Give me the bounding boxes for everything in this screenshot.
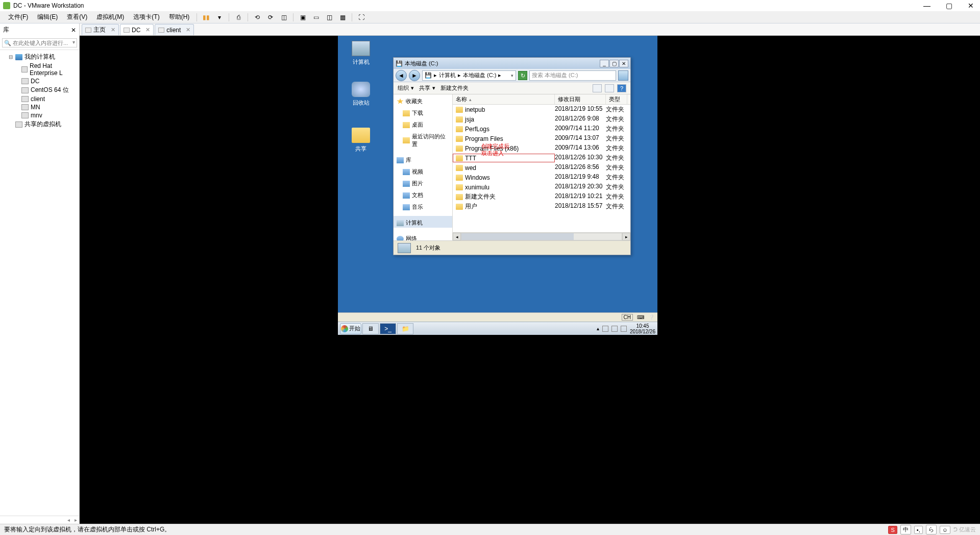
file-row[interactable]: Windows2018/12/19 9:48文件夹 (453, 173, 630, 182)
explorer-search-input[interactable]: 搜索 本地磁盘 (C:) (529, 70, 616, 81)
col-type[interactable]: 类型 (606, 94, 627, 104)
search-dropdown-icon[interactable]: ▾ (72, 39, 75, 45)
side-downloads[interactable]: 下载 (394, 106, 452, 118)
side-recent[interactable]: 最近访问的位置 (394, 130, 452, 149)
file-row[interactable]: 新建文件夹2018/12/19 10:21文件夹 (453, 192, 630, 202)
dropdown-icon[interactable]: ▾ (214, 12, 225, 22)
newfolder-button[interactable]: 新建文件夹 (440, 84, 469, 92)
tree-my-computer[interactable]: ⊟ 我的计算机 (1, 52, 78, 62)
breadcrumb[interactable]: 💾 ▸ 计算机 ▸ 本地磁盘 (C:) ▸ ▾ (422, 70, 516, 81)
clock[interactable]: 10:45 2018/12/26 (630, 323, 655, 334)
close-button[interactable]: ✕ (965, 2, 977, 10)
tree-shared-vms[interactable]: 共享的虚拟机 (1, 119, 78, 129)
view-console-button[interactable]: ◫ (324, 12, 334, 22)
forward-button[interactable]: ► (409, 70, 420, 81)
explorer-maximize-button[interactable]: ▢ (609, 60, 619, 67)
library-close-button[interactable]: ✕ (71, 27, 76, 34)
file-row[interactable]: Program Files2009/7/14 13:07文件夹 (453, 134, 630, 143)
preview-pane-button[interactable] (605, 84, 614, 92)
tray-flag-icon[interactable] (602, 326, 608, 332)
snapshot-button[interactable]: ⎙ (233, 12, 243, 22)
ime-badge[interactable]: S (888, 526, 897, 534)
file-row[interactable]: TTT2018/12/26 10:30文件夹 (453, 153, 630, 163)
side-favorites[interactable]: 收藏夹 (394, 94, 452, 106)
tab-client[interactable]: client ✕ (155, 24, 194, 35)
tree-vm-mnv[interactable]: mnv (1, 111, 78, 119)
tray-expand-icon[interactable]: ▴ (597, 326, 599, 331)
taskbar-explorer-button[interactable]: 📁 (397, 323, 413, 334)
file-row[interactable]: wed2018/12/26 8:56文件夹 (453, 163, 630, 173)
minimize-button[interactable]: — (920, 2, 934, 10)
file-row[interactable]: PerfLogs2009/7/14 11:20文件夹 (453, 124, 630, 134)
side-libraries[interactable]: 库 (394, 153, 452, 165)
ime-help-icon[interactable]: ❔ (648, 314, 654, 320)
ime-lang[interactable]: CH (622, 314, 633, 321)
file-row[interactable]: jsja2018/12/26 9:08文件夹 (453, 114, 630, 124)
scroll-left-button[interactable]: ◂ (453, 233, 461, 240)
file-row[interactable]: inetpub2018/12/19 10:55文件夹 (453, 105, 630, 114)
side-pictures[interactable]: 图片 (394, 177, 452, 188)
explorer-titlebar[interactable]: 💾 本地磁盘 (C:) _ ▢ ✕ (394, 58, 630, 69)
tree-vm-dc[interactable]: DC (1, 77, 78, 85)
menu-help[interactable]: 帮助(H) (165, 12, 194, 22)
taskbar-powershell-button[interactable]: >_ (380, 323, 396, 334)
snapshot-manager-button[interactable]: ◫ (279, 12, 289, 22)
file-row[interactable]: Program Files (x86)2009/7/14 13:06文件夹 (453, 143, 630, 153)
scroll-left-button[interactable]: ◂ (65, 517, 72, 523)
ime-punc[interactable]: •, (914, 526, 923, 534)
search-button[interactable] (618, 70, 628, 81)
tree-vm-centos[interactable]: CentOS 64 位 (1, 85, 78, 95)
side-music[interactable]: 音乐 (394, 200, 452, 212)
file-row[interactable]: xunimulu2018/12/19 20:30文件夹 (453, 182, 630, 192)
menu-view[interactable]: 查看(V) (63, 12, 91, 22)
tab-home[interactable]: 主页 ✕ (82, 24, 119, 35)
guest-desktop[interactable]: 计算机 回收站 共享 💾 本地磁盘 (C:) (338, 36, 657, 335)
side-network[interactable]: 网络 (394, 232, 452, 240)
view-unity-button[interactable]: ▦ (337, 12, 348, 22)
side-documents[interactable]: 文档 (394, 188, 452, 200)
tree-vm-client[interactable]: client (1, 95, 78, 103)
back-button[interactable]: ◄ (396, 70, 407, 81)
col-date[interactable]: 修改日期 (555, 94, 606, 104)
explorer-close-button[interactable]: ✕ (619, 60, 628, 67)
explorer-minimize-button[interactable]: _ (600, 60, 609, 67)
tab-close-icon[interactable]: ✕ (111, 27, 115, 33)
maximize-button[interactable]: ▢ (943, 2, 955, 10)
scroll-right-button[interactable]: ▸ (72, 517, 79, 523)
tray-network-icon[interactable] (611, 326, 618, 332)
menu-tabs[interactable]: 选项卡(T) (129, 12, 163, 22)
refresh-button[interactable]: ↻ (518, 71, 527, 80)
share-button[interactable]: 共享 ▾ (419, 84, 435, 92)
ime-cn[interactable]: 中 (900, 525, 911, 534)
ime-options-icon[interactable]: ⌨ (637, 314, 644, 320)
tray-sound-icon[interactable] (621, 326, 627, 332)
taskbar-servermanager-button[interactable]: 🖥 (362, 323, 379, 334)
desktop-recycle-icon[interactable]: 回收站 (347, 82, 375, 107)
side-videos[interactable]: 视频 (394, 165, 452, 177)
snapshot-take-button[interactable]: ⟲ (252, 12, 262, 22)
ime-smile-icon[interactable]: ☺ (940, 526, 950, 534)
start-button[interactable]: 开始 (340, 323, 361, 334)
tab-close-icon[interactable]: ✕ (186, 27, 190, 33)
menu-vm[interactable]: 虚拟机(M) (92, 12, 128, 22)
fullscreen-button[interactable]: ⛶ (356, 12, 366, 22)
snapshot-revert-button[interactable]: ⟳ (265, 12, 276, 22)
side-computer[interactable]: 计算机 (394, 216, 452, 228)
pause-button[interactable]: ▮▮ (201, 12, 211, 22)
tree-vm-redhat[interactable]: Red Hat Enterprise L (1, 62, 78, 77)
view-single-button[interactable]: ▣ (298, 12, 308, 22)
organize-button[interactable]: 组织 ▾ (398, 84, 414, 92)
vm-console[interactable]: 计算机 回收站 共享 💾 本地磁盘 (C:) (80, 36, 980, 524)
menu-file[interactable]: 文件(F) (4, 12, 32, 22)
help-button[interactable]: ? (617, 84, 626, 92)
tab-close-icon[interactable]: ✕ (145, 27, 150, 33)
menu-edit[interactable]: 编辑(E) (33, 12, 62, 22)
side-desktop[interactable]: 桌面 (394, 118, 452, 130)
view-mode-button[interactable] (593, 84, 602, 92)
desktop-computer-icon[interactable]: 计算机 (347, 41, 375, 66)
library-search-input[interactable] (2, 38, 77, 47)
tab-dc[interactable]: DC ✕ (120, 24, 154, 35)
scroll-right-button[interactable]: ▸ (622, 233, 630, 240)
ime-kana[interactable]: ら (926, 525, 937, 534)
col-name[interactable]: 名称 ▴ (453, 94, 555, 104)
